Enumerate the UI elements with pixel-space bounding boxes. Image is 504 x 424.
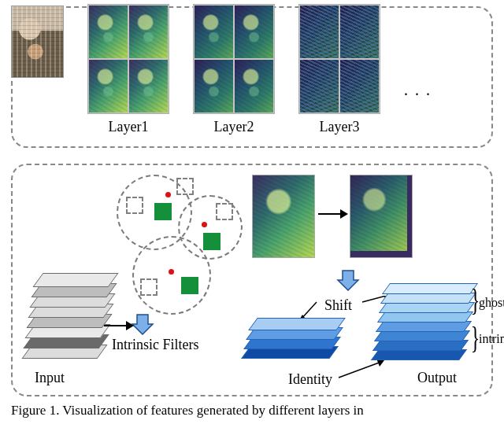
layer1-featuremap <box>128 5 169 59</box>
layer2-group: Layer2 <box>193 4 275 135</box>
centroid-dot-icon <box>165 192 171 197</box>
input-label: Input <box>35 370 65 386</box>
ghost-brace-label: ghost <box>479 296 504 310</box>
ghost-square-icon <box>176 178 194 195</box>
ellipsis: . . . <box>404 40 432 99</box>
intrinsic-square-icon <box>181 277 198 294</box>
input-stack <box>27 267 110 362</box>
arrow-down-icon <box>131 313 154 335</box>
layer1-group: Layer1 <box>87 4 169 135</box>
layer1-featuremap <box>88 59 128 113</box>
ghost-square-icon <box>140 278 158 296</box>
layer1-featuremaps <box>87 4 169 114</box>
filters-label: Intrinsic Filters <box>112 337 199 353</box>
arrow-right-icon <box>102 318 134 334</box>
layer2-label: Layer2 <box>214 119 254 135</box>
layer2-featuremap <box>194 5 234 59</box>
ghost-square-icon <box>126 197 143 214</box>
layer3-featuremap <box>339 5 380 59</box>
intrinsic-stack <box>246 313 343 373</box>
layer1-featuremap <box>128 59 169 113</box>
svg-marker-0 <box>132 315 153 334</box>
intrinsic-feature-map <box>252 175 315 258</box>
output-stack <box>375 277 479 373</box>
layer2-featuremap <box>234 5 274 59</box>
layer1-featuremap <box>88 5 128 59</box>
shifted-feature-map <box>350 175 413 258</box>
layer2-featuremap <box>194 59 234 113</box>
layer3-featuremaps <box>298 4 380 114</box>
intrinsic-square-icon <box>154 203 172 220</box>
svg-marker-1 <box>338 271 358 290</box>
figure-caption: Figure 1. Visualization of features gene… <box>11 403 493 418</box>
top-row: Layer1 Layer2 Layer3 . . . <box>11 4 432 135</box>
arrow-right-icon <box>318 208 348 220</box>
cluster-circle <box>132 236 211 315</box>
layer3-featuremap <box>299 5 339 59</box>
intrinsic-square-icon <box>203 233 220 250</box>
identity-label: Identity <box>288 371 332 388</box>
intrinsic-brace-label: intrinsic <box>479 332 504 346</box>
layer3-featuremap <box>339 59 380 113</box>
layer1-label: Layer1 <box>109 119 149 135</box>
layer3-featuremap <box>299 59 339 113</box>
layer3-group: Layer3 <box>298 4 380 135</box>
layer3-label: Layer3 <box>320 119 360 135</box>
arrow-down-icon <box>336 269 360 291</box>
layer2-featuremap <box>234 59 274 113</box>
svg-marker-3 <box>126 321 134 330</box>
ghost-square-icon <box>216 203 233 220</box>
centroid-dot-icon <box>202 222 207 227</box>
svg-marker-5 <box>340 209 348 219</box>
output-label: Output <box>417 370 457 386</box>
centroid-dot-icon <box>169 269 174 275</box>
input-thumbnail <box>11 6 64 78</box>
layer2-featuremaps <box>193 4 275 114</box>
